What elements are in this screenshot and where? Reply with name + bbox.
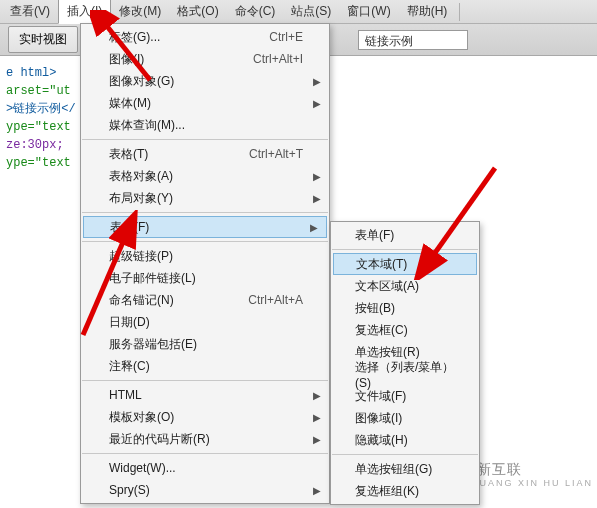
menu-help[interactable]: 帮助(H) bbox=[399, 0, 456, 23]
menu-item[interactable]: 日期(D) bbox=[81, 311, 329, 333]
menu-item-label: 图像对象(G) bbox=[109, 73, 303, 90]
submenu-item-label: 单选按钮组(G) bbox=[355, 461, 432, 478]
menubar-separator bbox=[459, 3, 460, 21]
submenu-arrow-icon: ▶ bbox=[313, 98, 321, 109]
menu-insert[interactable]: 插入(I) bbox=[58, 0, 111, 24]
submenu-arrow-icon: ▶ bbox=[313, 390, 321, 401]
menu-item[interactable]: 表单(F)▶ bbox=[83, 216, 327, 238]
submenu-item-label: 选择（列表/菜单）(S) bbox=[355, 359, 467, 390]
menu-item[interactable]: 模板对象(O)▶ bbox=[81, 406, 329, 428]
menu-separator bbox=[82, 139, 328, 140]
menu-item[interactable]: 布局对象(Y)▶ bbox=[81, 187, 329, 209]
submenu-item-label: 复选框组(K) bbox=[355, 483, 419, 500]
submenu-arrow-icon: ▶ bbox=[313, 434, 321, 445]
menu-item-label: 日期(D) bbox=[109, 314, 303, 331]
menu-item-label: 表单(F) bbox=[110, 219, 302, 236]
submenu-item-label: 复选框(C) bbox=[355, 322, 408, 339]
menu-item[interactable]: 媒体查询(M)... bbox=[81, 114, 329, 136]
submenu-arrow-icon: ▶ bbox=[310, 222, 318, 233]
menu-item[interactable]: 电子邮件链接(L) bbox=[81, 267, 329, 289]
menu-item-label: 媒体(M) bbox=[109, 95, 303, 112]
menu-item-label: Widget(W)... bbox=[109, 461, 303, 475]
menu-item-shortcut: Ctrl+Alt+A bbox=[248, 293, 303, 307]
menu-item[interactable]: 图像对象(G)▶ bbox=[81, 70, 329, 92]
menu-item-label: 表格(T) bbox=[109, 146, 249, 163]
submenu-item[interactable]: 按钮(B) bbox=[331, 297, 479, 319]
menu-item-label: 命名锚记(N) bbox=[109, 292, 248, 309]
submenu-arrow-icon: ▶ bbox=[313, 193, 321, 204]
menu-item-label: 标签(G)... bbox=[109, 29, 269, 46]
menu-item[interactable]: 命名锚记(N)Ctrl+Alt+A bbox=[81, 289, 329, 311]
menu-site[interactable]: 站点(S) bbox=[283, 0, 339, 23]
submenu-item-label: 隐藏域(H) bbox=[355, 432, 408, 449]
menu-item-label: 超级链接(P) bbox=[109, 248, 303, 265]
submenu-item[interactable]: 复选框组(K) bbox=[331, 480, 479, 502]
insert-menu-dropdown: 标签(G)...Ctrl+E图像(I)Ctrl+Alt+I图像对象(G)▶媒体(… bbox=[80, 23, 330, 504]
submenu-item[interactable]: 表单(F) bbox=[331, 224, 479, 246]
menu-item-label: 最近的代码片断(R) bbox=[109, 431, 303, 448]
menu-modify[interactable]: 修改(M) bbox=[111, 0, 169, 23]
menu-item-label: 注释(C) bbox=[109, 358, 303, 375]
submenu-item-label: 文件域(F) bbox=[355, 388, 406, 405]
menu-format[interactable]: 格式(O) bbox=[169, 0, 226, 23]
watermark-tagline: CHUANG XIN HU LIAN bbox=[462, 476, 593, 490]
menu-command[interactable]: 命令(C) bbox=[227, 0, 284, 23]
menu-item[interactable]: Spry(S)▶ bbox=[81, 479, 329, 501]
submenu-item-label: 文本域(T) bbox=[356, 256, 407, 273]
menu-item-shortcut: Ctrl+E bbox=[269, 30, 303, 44]
submenu-item[interactable]: 图像域(I) bbox=[331, 407, 479, 429]
menu-item[interactable]: 表格(T)Ctrl+Alt+T bbox=[81, 143, 329, 165]
submenu-item[interactable]: 文本区域(A) bbox=[331, 275, 479, 297]
submenu-item-label: 按钮(B) bbox=[355, 300, 395, 317]
submenu-arrow-icon: ▶ bbox=[313, 412, 321, 423]
live-view-tab[interactable]: 实时视图 bbox=[8, 26, 78, 53]
menu-window[interactable]: 窗口(W) bbox=[339, 0, 398, 23]
menu-item-label: 媒体查询(M)... bbox=[109, 117, 303, 134]
submenu-item[interactable]: 单选按钮组(G) bbox=[331, 458, 479, 480]
form-submenu: 表单(F)文本域(T)文本区域(A)按钮(B)复选框(C)单选按钮(R)选择（列… bbox=[330, 221, 480, 505]
submenu-arrow-icon: ▶ bbox=[313, 76, 321, 87]
menu-item[interactable]: HTML▶ bbox=[81, 384, 329, 406]
menu-item-label: 图像(I) bbox=[109, 51, 253, 68]
submenu-item-label: 文本区域(A) bbox=[355, 278, 419, 295]
submenu-item[interactable]: 文本域(T) bbox=[333, 253, 477, 275]
menu-separator bbox=[82, 380, 328, 381]
submenu-item[interactable]: 隐藏域(H) bbox=[331, 429, 479, 451]
submenu-item-label: 图像域(I) bbox=[355, 410, 402, 427]
submenu-arrow-icon: ▶ bbox=[313, 171, 321, 182]
menu-item[interactable]: 标签(G)...Ctrl+E bbox=[81, 26, 329, 48]
menu-item-label: 服务器端包括(E) bbox=[109, 336, 303, 353]
menu-item-label: 表格对象(A) bbox=[109, 168, 303, 185]
menu-item[interactable]: 服务器端包括(E) bbox=[81, 333, 329, 355]
submenu-arrow-icon: ▶ bbox=[313, 485, 321, 496]
watermark-brand: 创新互联 bbox=[462, 462, 593, 476]
menu-view[interactable]: 查看(V) bbox=[2, 0, 58, 23]
submenu-item-label: 表单(F) bbox=[355, 227, 394, 244]
menu-separator bbox=[82, 241, 328, 242]
menu-item-label: 布局对象(Y) bbox=[109, 190, 303, 207]
menu-separator bbox=[332, 454, 478, 455]
document-title-field[interactable]: 链接示例 bbox=[358, 30, 468, 50]
menubar: 查看(V) 插入(I) 修改(M) 格式(O) 命令(C) 站点(S) 窗口(W… bbox=[0, 0, 597, 24]
menu-item-label: 模板对象(O) bbox=[109, 409, 303, 426]
submenu-item[interactable]: 复选框(C) bbox=[331, 319, 479, 341]
menu-item[interactable]: 表格对象(A)▶ bbox=[81, 165, 329, 187]
menu-item[interactable]: 图像(I)Ctrl+Alt+I bbox=[81, 48, 329, 70]
menu-item-label: HTML bbox=[109, 388, 303, 402]
menu-separator bbox=[82, 453, 328, 454]
menu-item[interactable]: Widget(W)... bbox=[81, 457, 329, 479]
menu-item-shortcut: Ctrl+Alt+T bbox=[249, 147, 303, 161]
menu-item-label: 电子邮件链接(L) bbox=[109, 270, 303, 287]
menu-item[interactable]: 注释(C) bbox=[81, 355, 329, 377]
menu-item[interactable]: 超级链接(P) bbox=[81, 245, 329, 267]
menu-separator bbox=[82, 212, 328, 213]
menu-item[interactable]: 最近的代码片断(R)▶ bbox=[81, 428, 329, 450]
submenu-item[interactable]: 选择（列表/菜单）(S) bbox=[331, 363, 479, 385]
menu-item[interactable]: 媒体(M)▶ bbox=[81, 92, 329, 114]
menu-item-label: Spry(S) bbox=[109, 483, 303, 497]
menu-separator bbox=[332, 249, 478, 250]
menu-item-shortcut: Ctrl+Alt+I bbox=[253, 52, 303, 66]
